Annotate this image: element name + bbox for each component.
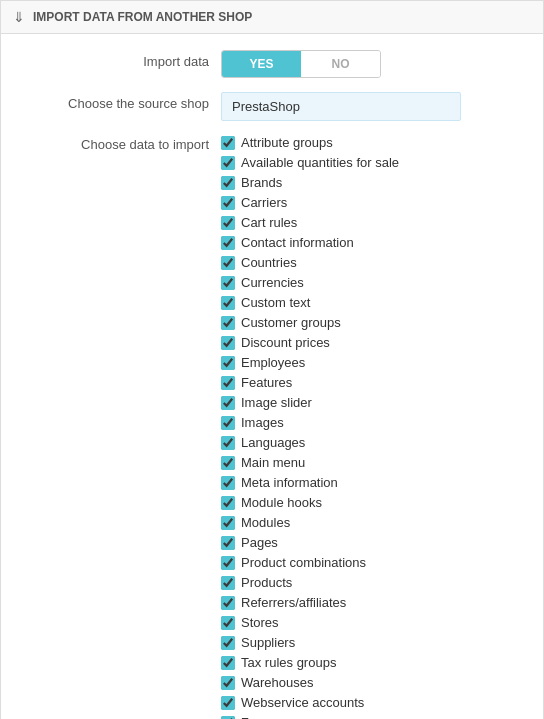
checkbox-custom_text[interactable] [221, 296, 235, 310]
import-toggle-group: YES NO [221, 50, 381, 78]
checkbox-countries[interactable] [221, 256, 235, 270]
label-tax_rules: Tax rules groups [241, 655, 336, 670]
checkbox-referrers[interactable] [221, 596, 235, 610]
list-item: Webservice accounts [221, 695, 523, 710]
label-referrers: Referrers/affiliates [241, 595, 346, 610]
label-currencies: Currencies [241, 275, 304, 290]
label-avail_qty: Available quantities for sale [241, 155, 399, 170]
checkbox-pages[interactable] [221, 536, 235, 550]
list-item: Stores [221, 615, 523, 630]
label-meta_info: Meta information [241, 475, 338, 490]
list-item: Employees [221, 355, 523, 370]
checkbox-webservice[interactable] [221, 696, 235, 710]
list-item: Attribute groups [221, 135, 523, 150]
label-contact_info: Contact information [241, 235, 354, 250]
source-shop-row: Choose the source shop [21, 92, 523, 121]
source-shop-input[interactable] [221, 92, 461, 121]
checkbox-warehouses[interactable] [221, 676, 235, 690]
yes-button[interactable]: YES [222, 51, 301, 77]
checkbox-carriers[interactable] [221, 196, 235, 210]
label-brands: Brands [241, 175, 282, 190]
import-data-row: Import data YES NO [21, 50, 523, 78]
list-item: Zones [221, 715, 523, 719]
list-item: Products [221, 575, 523, 590]
checkbox-main_menu[interactable] [221, 456, 235, 470]
list-item: Images [221, 415, 523, 430]
label-warehouses: Warehouses [241, 675, 314, 690]
label-pages: Pages [241, 535, 278, 550]
checkbox-module_hooks[interactable] [221, 496, 235, 510]
label-product_combos: Product combinations [241, 555, 366, 570]
label-image_slider: Image slider [241, 395, 312, 410]
label-features: Features [241, 375, 292, 390]
label-webservice: Webservice accounts [241, 695, 364, 710]
list-item: Custom text [221, 295, 523, 310]
list-item: Meta information [221, 475, 523, 490]
checkbox-stores[interactable] [221, 616, 235, 630]
import-data-label: Import data [21, 50, 221, 69]
checkbox-product_combos[interactable] [221, 556, 235, 570]
list-item: Pages [221, 535, 523, 550]
label-modules: Modules [241, 515, 290, 530]
list-item: Product combinations [221, 555, 523, 570]
checkbox-suppliers[interactable] [221, 636, 235, 650]
import-panel: ⇓ IMPORT DATA FROM ANOTHER SHOP Import d… [0, 0, 544, 719]
checkboxes-area: Attribute groupsAvailable quantities for… [221, 135, 523, 719]
checkbox-attr_groups[interactable] [221, 136, 235, 150]
checkbox-brands[interactable] [221, 176, 235, 190]
checkbox-employees[interactable] [221, 356, 235, 370]
list-item: Currencies [221, 275, 523, 290]
label-languages: Languages [241, 435, 305, 450]
list-item: Modules [221, 515, 523, 530]
checkbox-features[interactable] [221, 376, 235, 390]
checkbox-products[interactable] [221, 576, 235, 590]
checkbox-zones[interactable] [221, 716, 235, 720]
list-item: Discount prices [221, 335, 523, 350]
choose-data-row: Choose data to import Attribute groupsAv… [21, 135, 523, 719]
label-attr_groups: Attribute groups [241, 135, 333, 150]
label-customer_groups: Customer groups [241, 315, 341, 330]
label-suppliers: Suppliers [241, 635, 295, 650]
label-carriers: Carriers [241, 195, 287, 210]
choose-data-label: Choose data to import [21, 135, 221, 152]
checkbox-avail_qty[interactable] [221, 156, 235, 170]
checkbox-discount_prices[interactable] [221, 336, 235, 350]
list-item: Contact information [221, 235, 523, 250]
checkbox-modules[interactable] [221, 516, 235, 530]
checkbox-contact_info[interactable] [221, 236, 235, 250]
label-employees: Employees [241, 355, 305, 370]
list-item: Module hooks [221, 495, 523, 510]
list-item: Cart rules [221, 215, 523, 230]
list-item: Carriers [221, 195, 523, 210]
import-icon: ⇓ [13, 9, 25, 25]
checkbox-currencies[interactable] [221, 276, 235, 290]
no-button[interactable]: NO [301, 51, 380, 77]
source-shop-label: Choose the source shop [21, 92, 221, 111]
checkbox-languages[interactable] [221, 436, 235, 450]
checkbox-meta_info[interactable] [221, 476, 235, 490]
list-item: Features [221, 375, 523, 390]
checkbox-images[interactable] [221, 416, 235, 430]
label-module_hooks: Module hooks [241, 495, 322, 510]
list-item: Referrers/affiliates [221, 595, 523, 610]
list-item: Customer groups [221, 315, 523, 330]
list-item: Available quantities for sale [221, 155, 523, 170]
list-item: Warehouses [221, 675, 523, 690]
checkbox-image_slider[interactable] [221, 396, 235, 410]
list-item: Suppliers [221, 635, 523, 650]
list-item: Languages [221, 435, 523, 450]
label-zones: Zones [241, 715, 277, 719]
list-item: Tax rules groups [221, 655, 523, 670]
list-item: Image slider [221, 395, 523, 410]
label-main_menu: Main menu [241, 455, 305, 470]
checkbox-customer_groups[interactable] [221, 316, 235, 330]
list-item: Countries [221, 255, 523, 270]
panel-title: IMPORT DATA FROM ANOTHER SHOP [33, 10, 252, 24]
label-products: Products [241, 575, 292, 590]
checkbox-tax_rules[interactable] [221, 656, 235, 670]
import-toggle-area: YES NO [221, 50, 523, 78]
label-cart_rules: Cart rules [241, 215, 297, 230]
source-shop-control [221, 92, 523, 121]
checkbox-cart_rules[interactable] [221, 216, 235, 230]
label-countries: Countries [241, 255, 297, 270]
